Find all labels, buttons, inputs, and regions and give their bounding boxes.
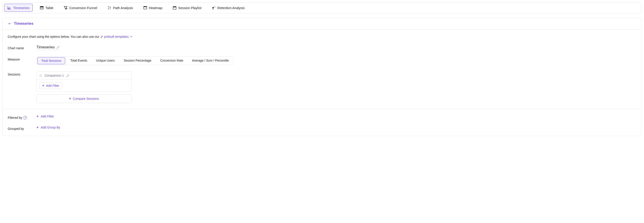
retention-icon <box>212 6 216 10</box>
add-group-by-button[interactable]: + Add Group By <box>36 126 60 129</box>
chart-name-value: Timeseries <box>36 45 55 49</box>
measure-total-events[interactable]: Total Events <box>66 56 92 65</box>
tab-conversion-funnel[interactable]: $ Conversion Funnel <box>60 4 100 11</box>
tab-table[interactable]: Table <box>37 4 56 11</box>
compare-sessions-button[interactable]: + Compare Sessions <box>36 94 132 103</box>
comparison-header: Comparison 1 <box>37 71 131 80</box>
tab-retention-analysis[interactable]: Retention Analysis <box>209 4 248 11</box>
svg-point-25 <box>41 74 41 75</box>
plus-icon: + <box>42 84 44 87</box>
add-group-by-label: Add Group By <box>41 126 60 129</box>
measure-avg-sum-percentile[interactable]: Average / Sum / Percentile <box>188 56 233 65</box>
help-icon[interactable]: ? <box>24 116 27 119</box>
prebuilt-templates-link[interactable]: prebuilt templates: <box>100 35 132 38</box>
calendar-icon <box>172 6 176 10</box>
add-filter-label: Add Filter <box>41 115 54 118</box>
pencil-icon[interactable] <box>66 74 70 77</box>
svg-rect-2 <box>10 7 10 9</box>
path-analysis-icon <box>108 6 112 10</box>
config-description: Configure your chart using the options b… <box>8 35 636 38</box>
measure-session-percentage[interactable]: Session Percentage <box>119 56 156 65</box>
svg-point-26 <box>40 75 40 76</box>
plus-icon: + <box>69 97 71 100</box>
measure-total-sessions[interactable]: Total Sessions <box>37 57 65 64</box>
svg-rect-17 <box>144 6 147 7</box>
tab-label: Retention Analysis <box>218 6 245 10</box>
drag-handle-icon[interactable] <box>39 74 42 77</box>
tab-label: Heatmap <box>149 6 162 10</box>
panel-title: Timeseries <box>14 21 34 26</box>
svg-point-29 <box>41 76 41 77</box>
tab-label: Timeseries <box>13 6 30 10</box>
table-icon <box>40 6 44 10</box>
measure-conversion-rate[interactable]: Conversion Rate <box>156 56 188 65</box>
chevron-down-icon <box>8 22 11 25</box>
comparison-name: Comparison 1 <box>45 74 64 77</box>
grouped-by-label: Grouped by <box>8 126 36 131</box>
filtered-by-label: Filtered by ? <box>8 115 36 119</box>
tab-label: Session Playlist <box>178 6 202 10</box>
measure-unique-users[interactable]: Unique Users <box>92 56 119 65</box>
svg-point-28 <box>40 76 40 77</box>
tab-label: Table <box>46 6 54 10</box>
chart-name-label: Chart name <box>8 45 36 50</box>
config-text: Configure your chart using the options b… <box>8 35 99 38</box>
pencil-icon <box>100 35 103 38</box>
chevron-down-icon <box>130 35 132 38</box>
pencil-icon[interactable] <box>56 46 60 49</box>
tab-path-analysis[interactable]: Path Analysis <box>104 4 136 11</box>
plus-icon: + <box>36 115 38 118</box>
measure-tabs: Total Sessions Total Events Unique Users… <box>36 56 234 65</box>
tab-heatmap[interactable]: Heatmap <box>140 4 166 11</box>
measure-label: Measure <box>8 56 36 61</box>
add-filter-label: Add Filter <box>46 84 59 87</box>
plus-icon: + <box>36 126 38 129</box>
svg-rect-1 <box>9 7 9 9</box>
chart-type-tabs: Timeseries Table $ Conversion Funnel Pat… <box>2 2 642 13</box>
comparison-block: Comparison 1 + Add Filter <box>36 71 132 92</box>
template-link-text: prebuilt templates: <box>104 35 129 38</box>
svg-text:$: $ <box>66 8 67 9</box>
divider <box>2 109 642 109</box>
compare-sessions-label: Compare Sessions <box>73 97 99 100</box>
add-filter-button[interactable]: + Add Filter <box>39 82 62 89</box>
svg-point-24 <box>40 74 40 75</box>
tab-session-playlist[interactable]: Session Playlist <box>170 4 205 11</box>
heatmap-icon <box>143 6 147 10</box>
timeseries-panel: Timeseries Configure your chart using th… <box>2 18 642 136</box>
svg-point-27 <box>41 75 41 76</box>
panel-header[interactable]: Timeseries <box>2 18 642 29</box>
tab-label: Path Analysis <box>113 6 133 10</box>
svg-point-22 <box>212 7 214 8</box>
svg-rect-0 <box>8 8 8 9</box>
panel-body: Configure your chart using the options b… <box>2 29 642 131</box>
sessions-label: Sessions <box>8 71 36 76</box>
chart-name-field[interactable]: Timeseries <box>36 45 60 50</box>
timeseries-icon <box>8 6 12 10</box>
tab-label: Conversion Funnel <box>70 6 97 10</box>
svg-rect-19 <box>173 7 176 7</box>
add-filter-button[interactable]: + Add Filter <box>36 115 54 118</box>
funnel-icon: $ <box>64 6 68 10</box>
tab-timeseries[interactable]: Timeseries <box>4 4 33 12</box>
